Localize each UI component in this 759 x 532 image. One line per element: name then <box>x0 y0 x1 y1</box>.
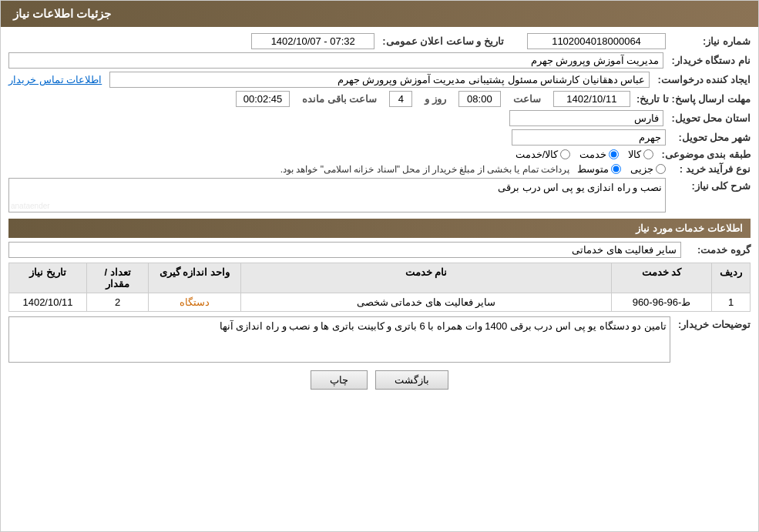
watermark: anataender <box>11 202 50 210</box>
sharh-label: شرح کلی نیاز: <box>673 180 751 192</box>
ostan-label: استان محل تحویل: <box>671 112 751 124</box>
col-name: نام خدمت <box>240 263 611 293</box>
col-unit: واحد اندازه گیری <box>148 263 240 293</box>
mohlat-date: 1402/10/11 <box>553 91 630 107</box>
col-count: تعداد / مقدار <box>86 263 148 293</box>
page-title: جزئیات اطلاعات نیاز <box>13 7 111 20</box>
mohlat-label: مهلت ارسال پاسخ: تا تاریخ: <box>636 93 751 105</box>
nov-label: نوع فرآیند خرید : <box>673 163 751 175</box>
tozihat-label: توضیحات خریدار: <box>678 319 751 330</box>
sharh-value: نصب و راه اندازی یو پی اس درب برقی <box>498 182 662 193</box>
shahr-label: شهر محل تحویل: <box>673 132 751 143</box>
roz-label: روز و <box>418 92 452 106</box>
grouh-label: گروه خدمت: <box>689 244 751 256</box>
cell-count: 2 <box>86 293 148 311</box>
cell-radif: 1 <box>711 293 750 311</box>
cell-date: 1402/10/11 <box>9 293 86 311</box>
ostan-value: فارس <box>509 110 663 126</box>
nov-radio-group: جزیی متوسط <box>577 163 666 175</box>
ijad-label: ایجاد کننده درخواست: <box>657 74 751 85</box>
button-area: بازگشت چاپ <box>8 370 751 390</box>
radio-motevasset[interactable]: متوسط <box>577 163 621 175</box>
table-header: ردیف کد خدمت نام خدمت واحد اندازه گیری ت… <box>9 263 750 293</box>
nam-dastgah-value: مدیریت آموزش وپرورش جهرم <box>8 52 663 69</box>
tarikhe-label: تاریخ و ساعت اعلان عمومی: <box>382 35 504 47</box>
cell-unit: دستگاه <box>148 293 240 311</box>
radio-kala-khedmat[interactable]: کالا/خدمت <box>516 149 571 160</box>
services-table: ردیف کد خدمت نام خدمت واحد اندازه گیری ت… <box>8 263 751 312</box>
saat-label: ساعت <box>507 92 547 106</box>
tozihat-value: تامین دو دستگاه یو پی اس درب برقی 1400 و… <box>220 320 667 332</box>
shomara-niaz-value: 1102004018000064 <box>527 33 666 49</box>
saat-mande-label: ساعت باقی مانده <box>296 92 383 106</box>
saat-mande-value: 00:02:45 <box>236 91 290 107</box>
main-content: شماره نیاز: 1102004018000064 تاریخ و ساع… <box>1 27 758 400</box>
services-section-title: اطلاعات خدمات مورد نیاز <box>8 219 751 238</box>
print-button[interactable]: چاپ <box>311 370 368 390</box>
tozihat-box: تامین دو دستگاه یو پی اس درب برقی 1400 و… <box>8 316 670 363</box>
radio-khedmat[interactable]: خدمت <box>579 149 619 160</box>
radio-jozi[interactable]: جزیی <box>630 163 666 175</box>
tarighe-radio-group: کالا خدمت کالا/خدمت <box>516 149 654 160</box>
nam-dastgah-label: نام دستگاه خریدار: <box>671 55 751 66</box>
roz-value: 4 <box>389 91 412 107</box>
page-header: جزئیات اطلاعات نیاز <box>1 1 758 27</box>
saat-value: 08:00 <box>458 91 501 107</box>
grouh-value: سایر فعالیت های خدماتی <box>8 242 681 258</box>
radio-kala[interactable]: کالا <box>628 149 653 160</box>
shomara-niaz-label: شماره نیاز: <box>673 35 751 47</box>
tarikhe-value: 1402/10/07 - 07:32 <box>251 33 374 49</box>
col-radif: ردیف <box>711 263 750 293</box>
nov-note: پرداخت تمام یا بخشی از مبلغ خریدار از مح… <box>280 164 569 175</box>
tarighe-label: طبقه بندی موضوعی: <box>661 149 751 160</box>
ijad-link[interactable]: اطلاعات تماس خریدار <box>8 74 102 85</box>
col-code: کد خدمت <box>611 263 711 293</box>
cell-name: سایر فعالیت های خدماتی شخصی <box>240 293 611 311</box>
col-date: تاریخ نیاز <box>9 263 86 293</box>
page-wrapper: جزئیات اطلاعات نیاز شماره نیاز: 11020040… <box>0 0 759 532</box>
ijad-value: عباس دهقانیان کارشناس مسئول پشتیبانی مدی… <box>109 72 650 88</box>
back-button[interactable]: بازگشت <box>375 370 448 390</box>
sharh-box: نصب و راه اندازی یو پی اس درب برقی anata… <box>8 178 666 212</box>
shahr-value: جهرم <box>512 129 666 146</box>
cell-code: ط-96-96-960 <box>611 293 711 311</box>
table-row: 1 ط-96-96-960 سایر فعالیت های خدماتی شخص… <box>9 293 750 311</box>
